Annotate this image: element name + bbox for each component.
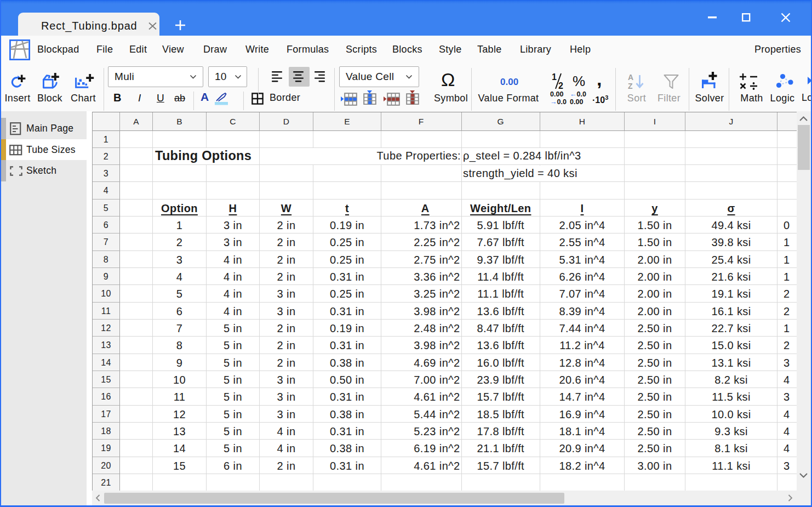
svg-text:2: 2 [558,81,563,90]
svg-text:1: 1 [552,72,557,82]
svg-text:A: A [628,73,633,82]
svg-text:Z: Z [628,82,633,90]
